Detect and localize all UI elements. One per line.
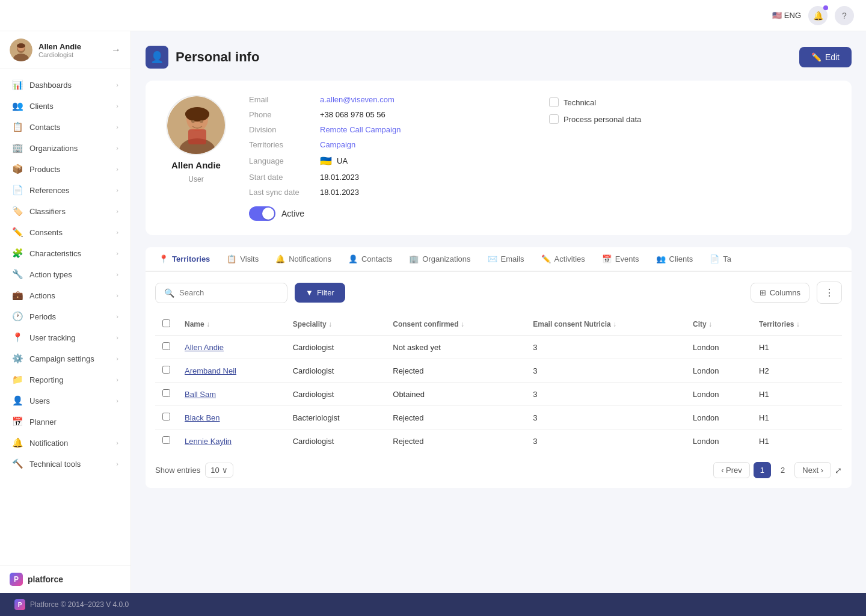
sidebar-nav: 📊Dashboards › 👥Clients › 📋Contacts › 🏢Or… — [0, 69, 131, 565]
characteristics-icon: 🧩 — [12, 248, 23, 259]
chevron-icon: › — [116, 186, 118, 194]
user-tracking-icon: 📍 — [12, 332, 23, 343]
table-row: Aremband Neil Cardiologist Rejected 3 Lo… — [155, 359, 842, 383]
columns-button[interactable]: ⊞ Columns — [751, 283, 809, 303]
sidebar-item-action-types[interactable]: 🔧Action types › — [4, 264, 127, 285]
sidebar-item-users[interactable]: 👤Users › — [4, 390, 127, 411]
footer-copyright: Platforce © 2014–2023 V 4.0.0 — [30, 600, 129, 609]
email-field-row: Email a.allen@viseven.com — [249, 95, 537, 104]
process-personal-data-label: Process personal data — [564, 115, 641, 124]
row-territories: H1 — [752, 336, 842, 359]
page-1-button[interactable]: 1 — [754, 462, 771, 478]
row-checkbox[interactable] — [162, 436, 170, 444]
sidebar-item-dashboards[interactable]: 📊Dashboards › — [4, 75, 127, 95]
sidebar-item-references[interactable]: 📄References › — [4, 180, 127, 200]
tab-events[interactable]: 📅 Events — [594, 247, 648, 272]
tab-emails[interactable]: ✉️ Emails — [479, 247, 533, 272]
organizations-tab-icon: 🏢 — [409, 254, 419, 263]
sidebar-item-contacts[interactable]: 📋Contacts › — [4, 117, 127, 137]
row-city: London — [686, 336, 752, 359]
active-toggle[interactable] — [249, 206, 275, 221]
email-value: a.allen@viseven.com — [320, 95, 395, 104]
row-city: London — [686, 383, 752, 406]
profile-checkboxes: Technical Process personal data — [549, 95, 837, 221]
tab-clients[interactable]: 👥 Clients — [648, 247, 702, 272]
logout-button[interactable]: → — [111, 45, 121, 55]
edit-button[interactable]: ✏️ Edit — [799, 47, 852, 67]
sidebar-item-periods[interactable]: 🕐Periods › — [4, 306, 127, 327]
organizations-tab-label: Organizations — [422, 254, 470, 263]
sidebar-item-clients[interactable]: 👥Clients › — [4, 96, 127, 116]
row-checkbox[interactable] — [162, 366, 170, 374]
division-field-row: Division Remote Call Campaign — [249, 125, 537, 134]
col-header-city: City ↓ — [686, 313, 752, 336]
row-email-consent: 3 — [526, 383, 686, 406]
ta-tab-icon: 📄 — [710, 254, 719, 263]
last-sync-label: Last sync date — [249, 188, 315, 197]
page-2-button[interactable]: 2 — [775, 463, 791, 478]
clients-tab-icon: 👥 — [656, 254, 666, 263]
sidebar-item-organizations[interactable]: 🏢Organizations › — [4, 138, 127, 158]
row-speciality: Cardiologist — [286, 336, 386, 359]
search-box[interactable]: 🔍 — [155, 283, 287, 303]
action-types-icon: 🔧 — [12, 269, 23, 280]
planner-icon: 📅 — [12, 416, 23, 427]
tab-notifications[interactable]: 🔔 Notifications — [267, 247, 340, 272]
profile-fields-left: Email a.allen@viseven.com Phone +38 068 … — [249, 95, 537, 221]
filter-button[interactable]: ▼ Filter — [295, 283, 345, 303]
row-name-link[interactable]: Allen Andie — [185, 343, 224, 352]
show-entries: Show entries 10 ∨ — [155, 463, 233, 478]
tab-ta[interactable]: 📄 Ta — [701, 247, 740, 272]
brand-name: platforce — [28, 574, 63, 584]
sidebar-user-role: Cardiologist — [38, 51, 105, 58]
row-checkbox[interactable] — [162, 413, 170, 420]
help-button[interactable]: ? — [835, 6, 854, 25]
sidebar-item-technical-tools[interactable]: 🔨Technical tools › — [4, 454, 127, 474]
tab-visits[interactable]: 📋 Visits — [218, 247, 267, 272]
row-name-link[interactable]: Aremband Neil — [185, 366, 236, 375]
row-territories: H2 — [752, 359, 842, 383]
territories-value: Campaign — [320, 140, 355, 149]
sidebar-item-classifiers[interactable]: 🏷️Classifiers › — [4, 201, 127, 221]
col-header-consent: Consent confirmed ↓ — [385, 313, 526, 336]
expand-button[interactable]: ⤢ — [835, 466, 842, 475]
sidebar-item-reporting[interactable]: 📁Reporting › — [4, 369, 127, 390]
sidebar-item-planner[interactable]: 📅Planner — [4, 411, 127, 432]
consents-icon: ✏️ — [12, 227, 23, 238]
language-selector[interactable]: 🇺🇸 ENG — [772, 11, 801, 20]
sidebar-item-characteristics[interactable]: 🧩Characteristics › — [4, 243, 127, 263]
tab-activities[interactable]: ✏️ Activities — [533, 247, 594, 272]
chevron-icon: › — [116, 229, 118, 236]
tab-territories[interactable]: 📍 Territories — [150, 247, 218, 272]
row-name-link[interactable]: Lennie Kaylin — [185, 437, 232, 446]
sidebar-item-actions[interactable]: 💼Actions › — [4, 285, 127, 306]
sidebar-item-campaign-settings[interactable]: ⚙️Campaign settings › — [4, 348, 127, 369]
sidebar-item-user-tracking[interactable]: 📍User tracking › — [4, 327, 127, 348]
row-checkbox[interactable] — [162, 342, 170, 350]
technical-checkbox[interactable] — [549, 97, 559, 107]
chevron-icon: › — [116, 165, 118, 173]
page-controls: ‹ Prev 1 2 Next › ⤢ — [713, 462, 842, 478]
select-all-checkbox[interactable] — [162, 319, 170, 327]
search-input[interactable] — [179, 288, 278, 297]
entries-select[interactable]: 10 ∨ — [205, 463, 233, 478]
row-speciality: Cardiologist — [286, 430, 386, 453]
col-header-email-consent: Email consent Nutricia ↓ — [526, 313, 686, 336]
sidebar-item-notification[interactable]: 🔔Notification › — [4, 433, 127, 453]
chevron-icon: › — [116, 102, 118, 109]
platforce-logo: P platforce — [10, 573, 121, 586]
tab-contacts[interactable]: 👤 Contacts — [340, 247, 401, 272]
row-name-link[interactable]: Ball Sam — [185, 390, 216, 399]
row-name-link[interactable]: Black Ben — [185, 413, 220, 422]
more-options-button[interactable]: ⋮ — [817, 282, 842, 304]
row-checkbox[interactable] — [162, 389, 170, 397]
sidebar-item-consents[interactable]: ✏️Consents › — [4, 222, 127, 242]
table-row: Black Ben Bacteriologist Rejected 3 Lond… — [155, 406, 842, 430]
references-icon: 📄 — [12, 185, 23, 196]
process-personal-data-checkbox[interactable] — [549, 114, 559, 124]
next-page-button[interactable]: Next › — [794, 462, 831, 478]
sidebar-item-products[interactable]: 📦Products › — [4, 159, 127, 179]
tab-organizations[interactable]: 🏢 Organizations — [401, 247, 479, 272]
prev-page-button[interactable]: ‹ Prev — [713, 462, 750, 478]
entries-dropdown-icon: ∨ — [222, 466, 228, 475]
